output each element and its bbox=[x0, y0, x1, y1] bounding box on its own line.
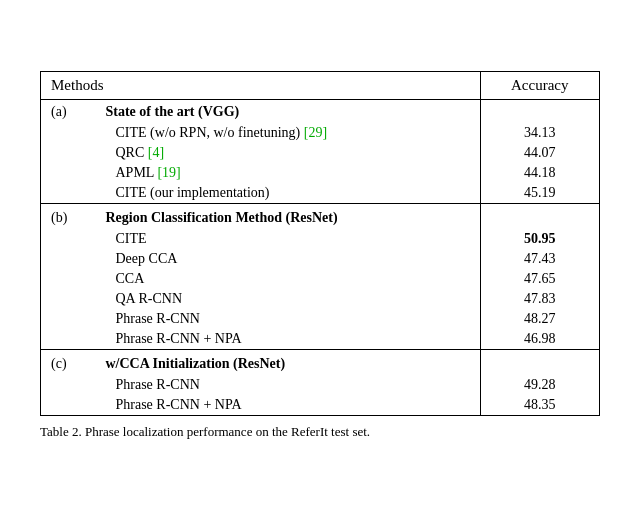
row-accuracy: 47.43 bbox=[480, 249, 599, 269]
row-method: CITE (our implementation) bbox=[96, 183, 481, 204]
row-accuracy: 45.19 bbox=[480, 183, 599, 204]
row-label-empty bbox=[41, 309, 96, 329]
table-row: Deep CCA47.43 bbox=[41, 249, 600, 269]
row-accuracy: 50.95 bbox=[480, 229, 599, 249]
table-row: APML [19]44.18 bbox=[41, 163, 600, 183]
row-method: Phrase R-CNN + NPA bbox=[96, 329, 481, 350]
row-method: Phrase R-CNN + NPA bbox=[96, 395, 481, 416]
row-accuracy: 48.27 bbox=[480, 309, 599, 329]
row-accuracy: 47.65 bbox=[480, 269, 599, 289]
row-label-empty bbox=[41, 395, 96, 416]
row-method: Phrase R-CNN bbox=[96, 375, 481, 395]
row-accuracy: 46.98 bbox=[480, 329, 599, 350]
table-header-row: Methods Accuracy bbox=[41, 72, 600, 100]
row-method: APML [19] bbox=[96, 163, 481, 183]
row-label-empty bbox=[41, 229, 96, 249]
row-method: CITE bbox=[96, 229, 481, 249]
table-row: CITE (our implementation)45.19 bbox=[41, 183, 600, 204]
row-accuracy: 49.28 bbox=[480, 375, 599, 395]
row-accuracy: 44.07 bbox=[480, 143, 599, 163]
table-row: Phrase R-CNN49.28 bbox=[41, 375, 600, 395]
table-row: CITE50.95 bbox=[41, 229, 600, 249]
table-row: Phrase R-CNN + NPA46.98 bbox=[41, 329, 600, 350]
section-label: (a) bbox=[41, 100, 96, 124]
section-accuracy-empty bbox=[480, 100, 599, 124]
row-method: Deep CCA bbox=[96, 249, 481, 269]
row-label-empty bbox=[41, 163, 96, 183]
section-title: State of the art (VGG) bbox=[96, 100, 481, 124]
row-accuracy: 48.35 bbox=[480, 395, 599, 416]
table-row: QA R-CNN47.83 bbox=[41, 289, 600, 309]
row-label-empty bbox=[41, 123, 96, 143]
row-label-empty bbox=[41, 269, 96, 289]
section-accuracy-empty bbox=[480, 350, 599, 376]
table-row: QRC [4]44.07 bbox=[41, 143, 600, 163]
section-label: (c) bbox=[41, 350, 96, 376]
row-label-empty bbox=[41, 143, 96, 163]
row-method: CCA bbox=[96, 269, 481, 289]
section-header-row: (c)w/CCA Initialization (ResNet) bbox=[41, 350, 600, 376]
main-container: Methods Accuracy (a)State of the art (VG… bbox=[30, 51, 610, 460]
section-title: w/CCA Initialization (ResNet) bbox=[96, 350, 481, 376]
table-row: Phrase R-CNN + NPA48.35 bbox=[41, 395, 600, 416]
accuracy-header: Accuracy bbox=[480, 72, 599, 100]
row-label-empty bbox=[41, 329, 96, 350]
row-accuracy: 44.18 bbox=[480, 163, 599, 183]
section-header-row: (b)Region Classification Method (ResNet) bbox=[41, 204, 600, 230]
results-table: Methods Accuracy (a)State of the art (VG… bbox=[40, 71, 600, 416]
row-method: QA R-CNN bbox=[96, 289, 481, 309]
methods-header: Methods bbox=[41, 72, 481, 100]
row-label-empty bbox=[41, 375, 96, 395]
section-label: (b) bbox=[41, 204, 96, 230]
row-label-empty bbox=[41, 249, 96, 269]
row-method: Phrase R-CNN bbox=[96, 309, 481, 329]
row-label-empty bbox=[41, 183, 96, 204]
table-row: CCA47.65 bbox=[41, 269, 600, 289]
row-accuracy: 34.13 bbox=[480, 123, 599, 143]
table-row: Phrase R-CNN48.27 bbox=[41, 309, 600, 329]
table-row: CITE (w/o RPN, w/o finetuning) [29]34.13 bbox=[41, 123, 600, 143]
row-method: QRC [4] bbox=[96, 143, 481, 163]
row-accuracy: 47.83 bbox=[480, 289, 599, 309]
section-header-row: (a)State of the art (VGG) bbox=[41, 100, 600, 124]
section-title: Region Classification Method (ResNet) bbox=[96, 204, 481, 230]
row-method: CITE (w/o RPN, w/o finetuning) [29] bbox=[96, 123, 481, 143]
table-caption: Table 2. Phrase localization performance… bbox=[40, 424, 600, 440]
section-accuracy-empty bbox=[480, 204, 599, 230]
row-label-empty bbox=[41, 289, 96, 309]
